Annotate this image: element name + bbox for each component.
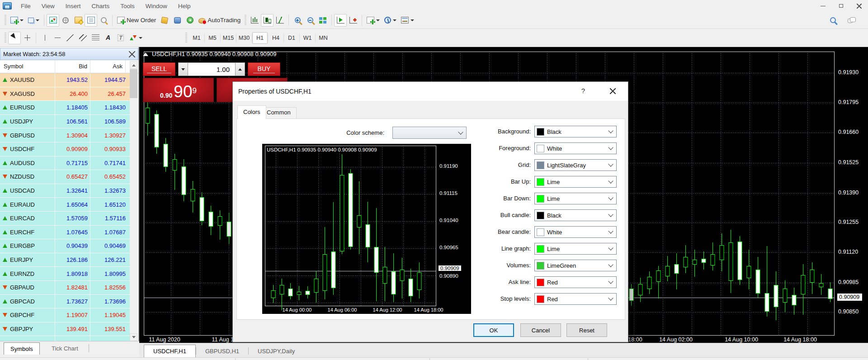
profiles-button[interactable] bbox=[26, 14, 42, 27]
sell-price-panel[interactable]: 0.90 90 9 bbox=[143, 78, 214, 102]
menu-charts[interactable]: Charts bbox=[86, 3, 115, 9]
field-dropdown-bull-candle[interactable]: Black bbox=[534, 209, 617, 221]
market-watch-row-usdcad[interactable]: USDCAD1.326411.32673 bbox=[0, 184, 130, 198]
column-header-symbol[interactable]: Symbol bbox=[0, 60, 55, 73]
timeframe-m15[interactable]: M15 bbox=[221, 32, 236, 44]
timeframe-m5[interactable]: M5 bbox=[205, 32, 220, 44]
market-watch-row-gbpchf[interactable]: GBPCHF1.190071.19045 bbox=[0, 308, 130, 322]
market-watch-row-usdchf[interactable]: USDCHF0.909090.90933 bbox=[0, 142, 130, 156]
field-dropdown-bar-up[interactable]: Lime bbox=[534, 176, 617, 188]
zoom-out-button[interactable] bbox=[304, 14, 316, 27]
market-watch-row-xagusd[interactable]: XAGUSD26.40026.457 bbox=[0, 87, 130, 101]
fibonacci-button[interactable] bbox=[89, 32, 102, 44]
navigator-button[interactable] bbox=[72, 14, 85, 27]
menu-view[interactable]: View bbox=[36, 3, 60, 9]
market-watch-row-eurchf[interactable]: EURCHF1.076451.07687 bbox=[0, 226, 130, 240]
market-watch-row-gbpcad[interactable]: GBPCAD1.736271.73696 bbox=[0, 295, 130, 309]
collapse-panel-icon[interactable] bbox=[143, 52, 148, 56]
channel-button[interactable] bbox=[76, 32, 89, 44]
market-watch-row-audusd[interactable]: AUDUSD0.717150.71741 bbox=[0, 156, 130, 171]
market-watch-row-eurusd[interactable]: EURUSD1.184051.18430 bbox=[0, 101, 130, 115]
reset-button[interactable]: Reset bbox=[566, 323, 607, 337]
timeframe-m30[interactable]: M30 bbox=[236, 32, 252, 44]
arrows-button[interactable] bbox=[127, 32, 145, 44]
menu-help[interactable]: Help bbox=[173, 3, 196, 9]
zoom-in-button[interactable] bbox=[291, 14, 304, 27]
close-button[interactable] bbox=[850, 0, 868, 12]
tab-common[interactable]: Common bbox=[261, 107, 297, 119]
market-watch-row-eurcad[interactable]: EURCAD1.570591.57116 bbox=[0, 212, 130, 226]
chart-shift-button[interactable] bbox=[347, 14, 359, 27]
market-watch-row-gbpaud[interactable]: GBPAUD1.824811.82556 bbox=[0, 281, 130, 295]
timeframe-m1[interactable]: M1 bbox=[189, 32, 204, 44]
sell-button[interactable]: SELL bbox=[143, 62, 175, 76]
dialog-titlebar[interactable]: Properties of USDCHF,H1 bbox=[233, 82, 628, 101]
color-scheme-dropdown[interactable] bbox=[392, 127, 467, 139]
tile-windows-button[interactable] bbox=[316, 14, 329, 27]
market-watch-row-nzdusd[interactable]: NZDUSD0.654270.65452 bbox=[0, 170, 130, 184]
market-watch-row-euraud[interactable]: EURAUD1.650641.65120 bbox=[0, 198, 130, 212]
menu-tools[interactable]: Tools bbox=[115, 3, 140, 9]
volume-decrease-button[interactable] bbox=[178, 62, 188, 76]
chat-button[interactable] bbox=[845, 14, 858, 27]
column-header-bid[interactable]: Bid bbox=[55, 60, 90, 73]
scrollbar-thumb[interactable] bbox=[130, 69, 137, 98]
scroll-up-button[interactable] bbox=[130, 61, 137, 69]
minimize-button[interactable] bbox=[814, 0, 832, 12]
timeframe-h1[interactable]: H1 bbox=[252, 32, 268, 44]
menu-file[interactable]: File bbox=[15, 3, 36, 9]
market-watch-close-icon[interactable] bbox=[129, 51, 135, 57]
toolbar-grip[interactable] bbox=[245, 15, 246, 26]
market-watch-row-gbpnzd[interactable]: GBPNZD2.000062.00105 bbox=[0, 336, 130, 341]
auto-scroll-button[interactable] bbox=[334, 14, 347, 27]
market-watch-row-eurjpy[interactable]: EURJPY126.186126.221 bbox=[0, 253, 130, 267]
timeframe-w1[interactable]: W1 bbox=[300, 32, 315, 44]
terminal-button[interactable] bbox=[85, 14, 97, 27]
menu-window[interactable]: Window bbox=[140, 3, 173, 9]
timeframe-h4[interactable]: H4 bbox=[268, 32, 283, 44]
horizontal-line-button[interactable] bbox=[51, 32, 64, 44]
dialog-help-button[interactable]: ? bbox=[577, 85, 589, 96]
metaeditor-button[interactable] bbox=[158, 14, 171, 27]
market-watch-row-xauusd[interactable]: XAUUSD1943.521944.57 bbox=[0, 73, 130, 87]
ok-button[interactable]: OK bbox=[473, 323, 514, 337]
cursor-button[interactable] bbox=[8, 32, 21, 44]
market-watch-row-eurnzd[interactable]: EURNZD1.809181.80995 bbox=[0, 267, 130, 281]
toolbar-grip[interactable] bbox=[5, 33, 6, 43]
autotrading-button[interactable]: AutoTrading bbox=[196, 14, 243, 27]
market-watch-row-gbpusd[interactable]: GBPUSD1.309041.30927 bbox=[0, 128, 130, 142]
signals-button[interactable] bbox=[184, 14, 196, 27]
candlestick-chart-button[interactable] bbox=[261, 14, 274, 27]
trendline-button[interactable] bbox=[64, 32, 76, 44]
market-watch-scrollbar[interactable] bbox=[130, 61, 137, 341]
templates-button[interactable] bbox=[399, 14, 416, 27]
data-window-button[interactable] bbox=[59, 14, 72, 27]
chart-tab-usdjpy-daily[interactable]: USDJPY,Daily bbox=[249, 345, 304, 357]
crosshair-button[interactable] bbox=[21, 32, 33, 44]
market-watch-row-usdjpy[interactable]: USDJPY106.561106.589 bbox=[0, 115, 130, 129]
restore-button[interactable] bbox=[832, 0, 850, 12]
field-dropdown-ask-line[interactable]: Red bbox=[534, 276, 617, 288]
bar-chart-button[interactable] bbox=[248, 14, 261, 27]
field-dropdown-grid[interactable]: LightSlateGray bbox=[534, 159, 617, 171]
field-dropdown-bar-down[interactable]: Lime bbox=[534, 193, 617, 204]
community-button[interactable] bbox=[171, 14, 184, 27]
field-dropdown-background[interactable]: Black bbox=[534, 126, 617, 137]
tab-colors[interactable]: Colors bbox=[237, 105, 266, 119]
vertical-line-button[interactable] bbox=[38, 32, 51, 44]
volume-increase-button[interactable] bbox=[235, 62, 245, 76]
toolbar-grip[interactable] bbox=[5, 15, 6, 26]
tab-tick-chart[interactable]: Tick Chart bbox=[45, 342, 85, 355]
new-chart-button[interactable] bbox=[8, 14, 26, 27]
search-button[interactable] bbox=[826, 14, 839, 27]
menu-insert[interactable]: Insert bbox=[60, 3, 86, 9]
field-dropdown-foreground[interactable]: White bbox=[534, 142, 617, 154]
timeframe-mn[interactable]: MN bbox=[316, 32, 331, 44]
periods-button[interactable] bbox=[382, 14, 399, 27]
field-dropdown-bear-candle[interactable]: White bbox=[534, 226, 617, 238]
text-label-button[interactable]: T bbox=[114, 32, 127, 44]
toolbar-grip[interactable] bbox=[185, 33, 187, 43]
market-watch-toggle-button[interactable] bbox=[47, 14, 59, 27]
line-chart-button[interactable] bbox=[274, 14, 286, 27]
field-dropdown-stop-levels[interactable]: Red bbox=[534, 293, 617, 305]
